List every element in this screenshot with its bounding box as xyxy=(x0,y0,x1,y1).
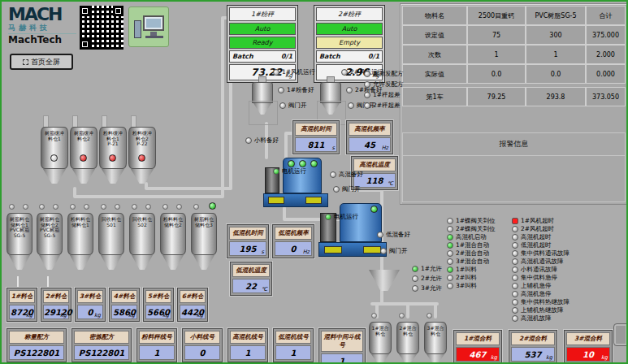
radio-indicator xyxy=(447,275,453,281)
silo-body: 树脂料仓储料仓1PVC树脂SG-5 xyxy=(6,213,32,255)
value-unit: kg xyxy=(491,354,497,361)
box-value[interactable]: 45Hz xyxy=(349,137,391,152)
alarm-feed-comm-fault[interactable]: 集中供料通讯故障 xyxy=(512,249,570,258)
edge-widget[interactable] xyxy=(613,323,628,346)
high-mixer-line-box: 高混机线号 1 xyxy=(227,328,268,362)
alarm-high-mixer-fault[interactable]: 高混机故障 xyxy=(512,314,552,323)
box-value[interactable]: 22℃ xyxy=(232,279,270,293)
box-value[interactable]: 0 xyxy=(184,345,220,360)
radio-label: 小料通讯故障 xyxy=(521,266,557,274)
radio-label: 上辅机急停 xyxy=(521,282,552,290)
setpoint-cell[interactable]: 75 xyxy=(468,26,525,44)
radio-indicator xyxy=(512,226,518,232)
radio-valve2-closed[interactable]: 2#蝶阀关到位 xyxy=(447,225,496,233)
hopper-label: 料仓2 xyxy=(71,136,97,142)
radio-label: 高混机通讯故障 xyxy=(521,258,564,266)
radio-valve1-open[interactable]: 阀门开 xyxy=(279,102,307,110)
box-value[interactable]: 811s xyxy=(295,137,337,152)
radio-permit-1[interactable]: 1#允许 xyxy=(412,265,442,273)
radio-indicator xyxy=(333,186,340,193)
alarm-fan1-timeout[interactable]: 1#风机超时 xyxy=(512,217,554,225)
alarm-high-mixer-comm-fault[interactable]: 高混机通讯故障 xyxy=(512,258,564,266)
radio-low-mixer-valve[interactable]: 阀门开 xyxy=(380,247,408,255)
small-material-line-box: 小料线号 0 xyxy=(182,328,223,362)
radio-mix1-auto[interactable]: 1#混合自动 xyxy=(447,241,489,249)
silo-cone xyxy=(399,354,417,364)
radio-call1[interactable]: 1#叫料 xyxy=(447,266,477,274)
radio-low-mixer-motor[interactable]: 电机运行 xyxy=(325,213,358,221)
radio-powder1-ready[interactable]: 1#粉备好 xyxy=(278,86,314,94)
mixer-light xyxy=(370,206,378,213)
scale2-mode[interactable]: Auto xyxy=(316,23,383,35)
radio-mix3-auto[interactable]: 3#混合自动 xyxy=(447,258,489,266)
storage-silo-6: 粉料料仓储料仓2 xyxy=(160,206,186,276)
box-value[interactable]: 1 xyxy=(321,353,363,364)
value-text: 0 xyxy=(88,308,93,317)
mix1-weight-box: 1#混合料 467kg xyxy=(453,330,502,364)
qr-code xyxy=(80,6,123,50)
box-value: 29120kg xyxy=(43,305,69,319)
row-label: 实际值 xyxy=(403,65,466,83)
radio-resend-recipe[interactable]: 重新发配方 xyxy=(364,70,404,78)
radio-permit-2[interactable]: 2#允许 xyxy=(412,275,442,283)
radio-permit-3[interactable]: 3#允许 xyxy=(412,284,442,292)
silo-vent xyxy=(84,204,89,210)
box-value[interactable]: PS122801 xyxy=(74,345,129,360)
silo-body: 树脂料仓储料仓3 xyxy=(191,213,217,255)
radio-high-mixer-motor[interactable]: 电机运行 xyxy=(273,167,306,176)
radio-scale2-tolerance[interactable]: 2#秤超差 xyxy=(364,102,401,110)
box-value[interactable]: 0Hz xyxy=(275,241,312,256)
high-mixer-freq-box: 高混机频率 45Hz xyxy=(346,120,393,154)
radio-label: 小料备好 xyxy=(254,136,279,145)
alarm-feed-estop[interactable]: 集中供料急停 xyxy=(512,274,557,282)
radio-high-mixer-valve[interactable]: 阀门开 xyxy=(333,185,361,193)
radio-label: 集中供料通讯故障 xyxy=(521,249,570,258)
radio-small-material-ready[interactable]: 小料备好 xyxy=(245,136,279,145)
buffer-hopper-2: 树脂缓冲料仓2 xyxy=(70,120,97,190)
silo-label: 料仓 xyxy=(397,332,418,337)
alarm-high-mixer-timeout[interactable]: 高混机超时 xyxy=(512,233,552,241)
radio-indicator xyxy=(512,307,518,314)
box-value[interactable]: 1 xyxy=(230,345,266,360)
row-label: 第1车 xyxy=(403,88,466,106)
radio-label: 2#蝶阀关到位 xyxy=(456,225,496,233)
setpoint-cell[interactable]: 300 xyxy=(526,26,585,44)
alarm-aux-thermal-fault[interactable]: 上辅机热继故障 xyxy=(512,306,564,314)
alarm-feed-thermal-fault[interactable]: 集中供料热继故障 xyxy=(512,298,570,306)
box-value: 467kg xyxy=(456,347,500,362)
hopper-cone xyxy=(131,169,154,184)
hopper-status-light xyxy=(80,154,87,162)
radio-indicator xyxy=(512,299,518,306)
radio-valve1-closed[interactable]: 1#蝶阀关到位 xyxy=(447,217,496,225)
radio-high-mixer-ready[interactable]: 高混备好 xyxy=(330,171,363,179)
alarm-small-comm-fault[interactable]: 小料通讯故障 xyxy=(512,266,557,274)
scale1-mode[interactable]: Auto xyxy=(229,23,296,35)
middle-hopper-line-box: 混料中间斗线号 1 xyxy=(318,328,366,364)
silo-vent xyxy=(193,204,199,210)
truck-total-cell: 79.25 xyxy=(468,88,525,106)
radio-allow-send-recipe[interactable]: 允许发配方 xyxy=(364,80,404,89)
box-value[interactable]: PS122801 xyxy=(9,345,64,360)
box-value[interactable]: 195s xyxy=(229,241,266,256)
box-value: 4420kg xyxy=(180,305,206,319)
alarm-fan2-timeout[interactable]: 2#风机超时 xyxy=(512,225,554,233)
radio-scale1-tolerance[interactable]: 1#秤超差 xyxy=(364,91,401,99)
radio-call3[interactable]: 3#叫料 xyxy=(447,282,477,290)
radio-indicator xyxy=(512,250,518,257)
alarm-aux-estop[interactable]: 上辅机急停 xyxy=(512,282,552,290)
alarm-high-mixer-estop[interactable]: 高混机急停 xyxy=(512,290,552,298)
radio-mix2-auto[interactable]: 2#混合自动 xyxy=(447,249,489,258)
radio-call2[interactable]: 2#叫料 xyxy=(447,274,477,282)
radio-fan1-running[interactable]: 1#风机运行 xyxy=(273,68,315,76)
fullscreen-button[interactable]: 首页全屏 xyxy=(10,54,73,70)
silo-body: 2#混合料仓 xyxy=(396,322,419,354)
qr-finder-icon xyxy=(113,6,123,16)
radio-high-mixer-start[interactable]: 高混机启动 xyxy=(447,233,487,241)
box-value[interactable]: 1 xyxy=(139,345,175,360)
alarm-low-mixer-timeout[interactable]: 低混机超时 xyxy=(512,241,552,249)
box-value[interactable]: 1 xyxy=(275,345,311,360)
radio-indicator xyxy=(447,234,453,240)
box-label: 高混机温度 xyxy=(353,158,396,171)
radio-low-mixer-ready[interactable]: 低混备好 xyxy=(377,231,410,239)
radio-indicator xyxy=(325,214,331,220)
